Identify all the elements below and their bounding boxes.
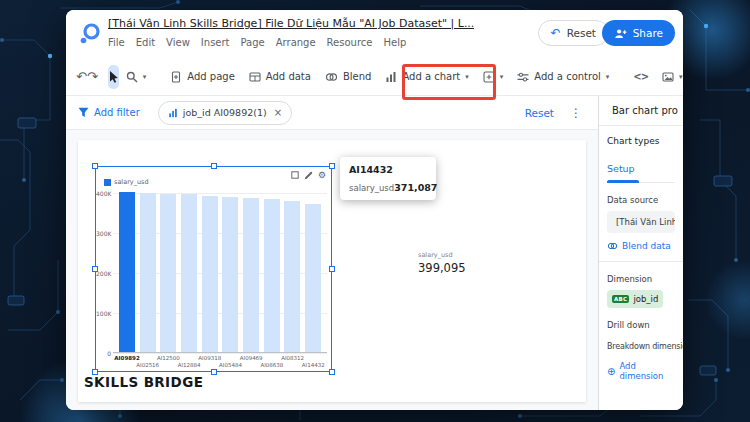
x-axis-label: AI08312 [281, 355, 304, 361]
redo-button[interactable]: ↷ [87, 65, 98, 89]
bar-chart[interactable]: ⚙ salary_usd AI09892AI02516AI12500AI1288… [95, 166, 332, 372]
x-axis-label: AI14432 [302, 362, 325, 368]
legend-label: salary_usd [114, 178, 149, 186]
y-axis-tick: 100K [96, 310, 111, 317]
caret-down-icon: ▾ [465, 73, 469, 81]
looker-studio-logo [78, 21, 102, 45]
selection-handle[interactable] [329, 369, 335, 375]
reset-label: Reset [567, 27, 596, 39]
select-region-icon[interactable] [291, 171, 299, 179]
selection-handle[interactable] [329, 163, 335, 169]
menu-help[interactable]: Help [383, 37, 406, 48]
x-axis-label: AI09892 [114, 355, 139, 361]
bar-chart-icon [385, 71, 397, 83]
add-control-button[interactable]: Add a control ▾ [510, 64, 616, 90]
document-title[interactable]: [Thái Vân Linh Skills Bridge] File Dữ Li… [108, 17, 474, 30]
bar-AI02516[interactable] [140, 193, 156, 352]
x-axis-label: AI08638 [260, 362, 283, 368]
x-axis-label: AI05484 [219, 362, 242, 368]
scorecard-label: salary_usd [418, 251, 466, 259]
bar-AI09469[interactable] [243, 198, 259, 352]
blend-button[interactable]: Blend [318, 64, 378, 90]
filter-icon [78, 107, 89, 118]
selection-handle[interactable] [211, 369, 217, 375]
panel-header: Bar chart pro [599, 96, 683, 126]
selection-handle[interactable] [211, 163, 217, 169]
more-vertical-icon[interactable]: ⋮ [570, 106, 582, 120]
canvas-reset-button[interactable]: Reset [525, 107, 554, 119]
add-chart-button[interactable]: Add a chart ▾ [378, 64, 475, 90]
y-axis-tick: 400K [96, 190, 111, 197]
embed-button[interactable]: <> [626, 64, 655, 90]
bar-AI05484[interactable] [222, 197, 238, 352]
bar-AI08638[interactable] [264, 199, 280, 352]
menu-view[interactable]: View [166, 37, 190, 48]
x-axis-label: AI12500 [157, 355, 180, 361]
selection-handle[interactable] [92, 369, 98, 375]
undo-button[interactable]: ↶ [76, 65, 87, 89]
undo-icon: ↶ [76, 69, 87, 84]
y-axis-tick: 0 [96, 350, 111, 357]
community-visualizations-button[interactable]: ▾ [476, 64, 511, 90]
add-page-button[interactable]: Add page [163, 64, 242, 90]
gear-icon[interactable]: ⚙ [318, 170, 326, 180]
select-tool-button[interactable] [108, 65, 119, 89]
share-button[interactable]: Share [602, 20, 675, 46]
legend-swatch [104, 179, 111, 186]
add-page-icon [170, 71, 182, 83]
insert-image-button[interactable]: ▾ [655, 64, 683, 90]
bar-AI14432[interactable] [305, 204, 321, 352]
breakdown-dimension-label: Breakdown dimension [607, 342, 675, 351]
menu-arrange[interactable]: Arrange [276, 37, 316, 48]
scorecard-chart[interactable]: salary_usd 399,095 [418, 251, 466, 275]
tooltip-metric-label: salary_usd [349, 183, 394, 193]
bar-AI12884[interactable] [181, 194, 197, 352]
blend-data-label: Blend data [622, 241, 671, 251]
add-data-label: Add data [266, 71, 311, 82]
blend-icon [607, 241, 618, 251]
menu-page[interactable]: Page [241, 37, 265, 48]
bar-AI12500[interactable] [160, 194, 176, 352]
filter-bar: Add filter job_id AI09892(1) × Reset ⋮ [66, 96, 598, 130]
filter-chip-job-id[interactable]: job_id AI09892(1) × [158, 101, 292, 125]
reset-button[interactable]: ↶ Reset [538, 20, 609, 46]
bar-AI09318[interactable] [202, 196, 218, 352]
filter-chip-label: job_id AI09892(1) [183, 107, 267, 118]
zoom-button[interactable]: ▾ [119, 64, 154, 90]
add-dimension-button[interactable]: ⊕ Add dimension [607, 361, 675, 381]
menu-insert[interactable]: Insert [201, 37, 230, 48]
dimension-chip-job-id[interactable]: ABC job_id [607, 290, 663, 308]
edit-pencil-icon[interactable] [304, 171, 313, 180]
add-page-label: Add page [187, 71, 235, 82]
close-icon[interactable]: × [274, 107, 282, 118]
bar-AI09892[interactable] [119, 192, 135, 352]
menu-resource[interactable]: Resource [327, 37, 373, 48]
caret-down-icon: ▾ [679, 73, 683, 81]
data-source-chip[interactable]: [Thái Văn Linh Sk [607, 211, 675, 233]
image-icon [662, 71, 674, 83]
bar-AI08312[interactable] [284, 201, 300, 352]
embed-icon: <> [633, 71, 648, 82]
redo-icon: ↷ [87, 69, 98, 84]
tab-active-indicator [607, 180, 639, 183]
menu-edit[interactable]: Edit [136, 37, 155, 48]
x-axis-label: AI09318 [198, 355, 221, 361]
selection-handle[interactable] [329, 266, 335, 272]
caret-down-icon: ▾ [500, 73, 504, 81]
blend-data-button[interactable]: Blend data [607, 241, 675, 251]
drill-down-label: Drill down [607, 320, 675, 330]
add-data-button[interactable]: Add data [242, 64, 318, 90]
selection-handle[interactable] [92, 163, 98, 169]
blend-icon [325, 71, 338, 83]
properties-panel: Bar chart pro Chart types Setup Data sou… [598, 96, 683, 410]
x-axis-label: AI09469 [240, 355, 263, 361]
selection-handle[interactable] [92, 266, 98, 272]
tooltip-title: AI14432 [349, 164, 427, 175]
panel-divider [599, 261, 683, 262]
tab-setup[interactable]: Setup [607, 163, 635, 174]
menu-bar: File Edit View Insert Page Arrange Resou… [108, 37, 406, 48]
add-filter-button[interactable]: Add filter [78, 107, 140, 118]
skills-bridge-logo: SKILLS BRIDGE [84, 374, 203, 390]
menu-file[interactable]: File [108, 37, 125, 48]
tooltip-metric-value: 371,087 [394, 182, 437, 193]
